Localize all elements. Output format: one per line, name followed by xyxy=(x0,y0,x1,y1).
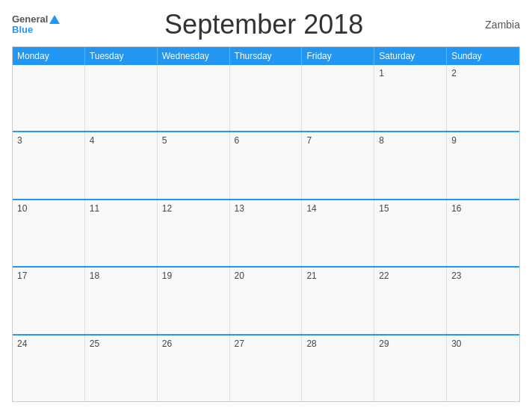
weekday-header-friday: Friday xyxy=(302,47,374,65)
calendar-cell: 18 xyxy=(85,268,158,333)
calendar-cell: 14 xyxy=(302,200,374,266)
calendar-cell xyxy=(302,65,374,131)
calendar-cell: 29 xyxy=(374,336,447,401)
country-label: Zambia xyxy=(468,19,520,31)
day-number: 15 xyxy=(379,203,389,214)
calendar-cell: 11 xyxy=(85,200,158,266)
calendar-cell: 6 xyxy=(230,132,303,198)
weekday-header-thursday: Thursday xyxy=(230,47,303,65)
weekday-header-monday: Monday xyxy=(13,47,85,65)
calendar-cell: 21 xyxy=(302,268,374,333)
day-number: 3 xyxy=(17,135,22,146)
day-number: 4 xyxy=(90,135,95,146)
day-number: 13 xyxy=(235,203,244,214)
calendar-week-5: 24252627282930 xyxy=(13,334,519,401)
day-number: 14 xyxy=(306,203,316,214)
calendar-cell: 16 xyxy=(447,200,519,266)
day-number: 1 xyxy=(379,68,384,78)
day-number: 26 xyxy=(162,339,172,349)
calendar-cell: 24 xyxy=(13,336,85,401)
calendar-week-1: 12 xyxy=(13,65,519,131)
day-number: 21 xyxy=(306,271,316,281)
weekday-header-saturday: Saturday xyxy=(374,47,447,65)
calendar-week-4: 17181920212223 xyxy=(13,266,519,333)
day-number: 8 xyxy=(379,135,384,146)
day-number: 20 xyxy=(235,271,244,281)
calendar-cell: 27 xyxy=(230,336,303,401)
logo-general-text: General xyxy=(12,14,48,25)
calendar-cell xyxy=(230,65,303,131)
calendar-body: 1234567891011121314151617181920212223242… xyxy=(13,65,519,401)
day-number: 6 xyxy=(235,135,240,146)
calendar-cell xyxy=(85,65,158,131)
calendar-grid: MondayTuesdayWednesdayThursdayFridaySatu… xyxy=(12,46,520,402)
calendar-cell: 15 xyxy=(374,200,447,266)
calendar-cell xyxy=(13,65,85,131)
calendar-cell: 9 xyxy=(447,132,519,198)
weekday-header-sunday: Sunday xyxy=(447,47,519,65)
calendar-cell xyxy=(158,65,230,131)
weekday-header-tuesday: Tuesday xyxy=(85,47,158,65)
calendar-cell: 26 xyxy=(158,336,230,401)
day-number: 24 xyxy=(17,339,27,349)
calendar-cell: 2 xyxy=(447,65,519,131)
day-number: 30 xyxy=(451,339,461,349)
day-number: 22 xyxy=(379,271,389,281)
day-number: 18 xyxy=(90,271,99,281)
day-number: 9 xyxy=(451,135,457,146)
day-number: 7 xyxy=(306,135,312,146)
calendar-cell: 25 xyxy=(85,336,158,401)
logo-triangle-icon xyxy=(49,15,60,24)
calendar-cell: 30 xyxy=(447,336,519,401)
calendar-title: September 2018 xyxy=(60,9,468,40)
day-number: 28 xyxy=(306,339,316,349)
day-number: 19 xyxy=(162,271,172,281)
day-number: 27 xyxy=(235,339,244,349)
calendar-cell: 12 xyxy=(158,200,230,266)
calendar-cell: 13 xyxy=(230,200,303,266)
calendar-cell: 7 xyxy=(302,132,374,198)
calendar-cell: 23 xyxy=(447,268,519,333)
day-number: 29 xyxy=(379,339,389,349)
calendar-cell: 22 xyxy=(374,268,447,333)
calendar-cell: 20 xyxy=(230,268,303,333)
calendar-cell: 19 xyxy=(158,268,230,333)
weekday-header-wednesday: Wednesday xyxy=(158,47,230,65)
day-number: 5 xyxy=(162,135,167,146)
day-number: 12 xyxy=(162,203,172,214)
calendar-weekday-header: MondayTuesdayWednesdayThursdayFridaySatu… xyxy=(13,47,519,65)
day-number: 10 xyxy=(17,203,27,214)
calendar-cell: 8 xyxy=(374,132,447,198)
calendar-cell: 10 xyxy=(13,200,85,266)
calendar-week-2: 3456789 xyxy=(13,131,519,198)
calendar-cell: 3 xyxy=(13,132,85,198)
day-number: 17 xyxy=(17,271,27,281)
day-number: 11 xyxy=(90,203,99,214)
calendar-header-section: General Blue September 2018 Zambia xyxy=(12,9,520,40)
calendar-cell: 28 xyxy=(302,336,374,401)
calendar-cell: 4 xyxy=(85,132,158,198)
calendar-cell: 1 xyxy=(374,65,447,131)
logo-blue-text: Blue xyxy=(12,25,33,35)
day-number: 23 xyxy=(451,271,461,281)
calendar-cell: 5 xyxy=(158,132,230,198)
logo: General Blue xyxy=(12,14,60,36)
calendar-cell: 17 xyxy=(13,268,85,333)
calendar-page: General Blue September 2018 Zambia Monda… xyxy=(0,0,532,411)
day-number: 16 xyxy=(451,203,461,214)
day-number: 2 xyxy=(451,68,457,78)
calendar-week-3: 10111213141516 xyxy=(13,199,519,266)
day-number: 25 xyxy=(90,339,99,349)
